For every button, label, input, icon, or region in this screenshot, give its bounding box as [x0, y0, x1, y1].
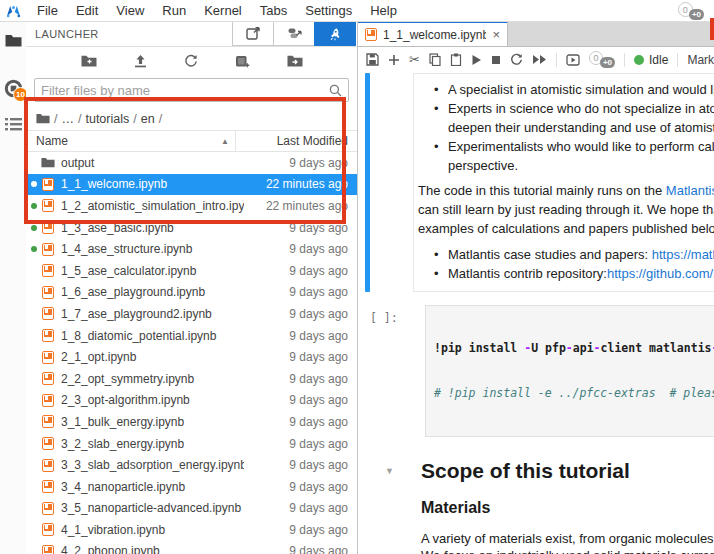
paragraph-line: A variety of materials exist, from organ… — [421, 530, 714, 547]
breadcrumb-separator: / — [54, 112, 57, 126]
file-row[interactable]: 4_1_vibration.ipynb9 days ago — [26, 519, 357, 541]
file-browser-icon[interactable] — [2, 29, 24, 51]
menu-item-view[interactable]: View — [107, 0, 153, 21]
home-folder-icon[interactable] — [36, 112, 50, 126]
file-modified: 9 days ago — [244, 393, 357, 407]
menu-item-settings[interactable]: Settings — [296, 0, 361, 21]
menu-item-file[interactable]: File — [28, 0, 67, 21]
file-row[interactable]: 3_2_slab_energy.ipynb9 days ago — [26, 433, 357, 455]
open-console-button[interactable] — [273, 21, 315, 46]
file-modified: 9 days ago — [244, 242, 357, 256]
breadcrumb-segment[interactable]: tutorials — [85, 112, 129, 126]
paste-cell-icon[interactable] — [450, 53, 462, 66]
jupyterlab-window: FileEditViewRunKernelTabsSettingsHelp 0 … — [0, 0, 714, 554]
refresh-icon[interactable] — [184, 54, 198, 68]
kernel-status-label: Idle — [649, 53, 668, 67]
new-launcher-icon[interactable] — [235, 55, 250, 68]
menu-item-edit[interactable]: Edit — [67, 0, 107, 21]
file-row[interactable]: 1_6_ase_playground.ipynb9 days ago — [26, 282, 357, 304]
add-cell-icon[interactable] — [388, 54, 400, 66]
menu-item-run[interactable]: Run — [153, 0, 195, 21]
file-row[interactable]: 1_7_ase_playground2.ipynb9 days ago — [26, 303, 357, 325]
notebook-file-icon — [40, 523, 55, 536]
file-modified: 9 days ago — [244, 285, 357, 299]
file-name: 3_1_bulk_energy.ipynb — [61, 415, 244, 429]
run-preview-icon[interactable] — [566, 54, 580, 66]
running-kernels-icon[interactable]: 10 — [2, 77, 24, 99]
breadcrumb-segment[interactable]: … — [61, 112, 74, 126]
markdown-link[interactable]: https://matlantis.com/ — [652, 247, 714, 262]
file-row[interactable]: output9 days ago — [26, 152, 357, 174]
copy-cell-icon[interactable] — [429, 53, 441, 66]
file-row[interactable]: 4_2_phonon.ipynb9 days ago — [26, 541, 357, 554]
folder-icon — [40, 157, 55, 168]
markdown-cell-1[interactable]: A specialist in atomistic simulation and… — [358, 73, 714, 292]
file-modified: 9 days ago — [244, 221, 357, 235]
folder-move-icon[interactable] — [287, 55, 303, 67]
file-row[interactable]: 2_1_opt.ipynb9 days ago — [26, 346, 357, 368]
menu-item-kernel[interactable]: Kernel — [195, 0, 251, 21]
new-folder-icon[interactable] — [81, 55, 97, 67]
tab-bar: 1_1_welcome.ipynb × — [358, 21, 714, 47]
notebook-tab[interactable]: 1_1_welcome.ipynb × — [358, 21, 508, 46]
file-modified: 9 days ago — [244, 350, 357, 364]
markdown-line: Matlantis contrib repository:https://git… — [414, 264, 714, 283]
launcher-buttons — [233, 21, 356, 46]
interrupt-kernel-icon[interactable] — [491, 55, 501, 65]
file-row[interactable]: 3_1_bulk_energy.ipynb9 days ago — [26, 411, 357, 433]
column-header-name[interactable]: Name ▲ — [26, 134, 235, 148]
file-name: 1_2_atomistic_simulation_intro.ipynb — [61, 199, 244, 213]
cell-type-dropdown[interactable]: Markdown — [687, 53, 714, 67]
column-header-modified[interactable]: Last Modified — [235, 131, 357, 151]
rocket-launcher-button[interactable] — [314, 21, 356, 46]
open-notebook-button[interactable] — [232, 21, 274, 46]
launcher-tab-label[interactable]: LAUNCHER — [26, 28, 99, 40]
file-browser-toolbar — [26, 47, 357, 75]
code-editor[interactable]: !pip install -U pfp-api-client matlantis… — [425, 305, 714, 437]
notebook-file-icon — [40, 199, 55, 212]
cut-cell-icon[interactable]: ✂ — [409, 52, 420, 67]
code-cell[interactable]: [ ]: !pip install -U pfp-api-client matl… — [358, 305, 714, 437]
file-modified: 22 minutes ago — [244, 199, 357, 213]
file-row[interactable]: 2_3_opt-algorithm.ipynb9 days ago — [26, 390, 357, 412]
file-modified: 9 days ago — [244, 501, 357, 515]
file-row[interactable]: 1_1_welcome.ipynb22 minutes ago — [26, 174, 357, 196]
filter-files-input[interactable] — [35, 83, 329, 98]
file-row[interactable]: 3_4_nanoparticle.ipynb9 days ago — [26, 476, 357, 498]
notebook-file-icon — [40, 221, 55, 234]
notebook-file-icon — [40, 459, 55, 472]
file-row[interactable]: 3_3_slab_adsorption_energy.ipynb9 days a… — [26, 454, 357, 476]
run-cell-icon[interactable] — [471, 54, 482, 66]
upload-icon[interactable] — [134, 55, 147, 68]
file-row[interactable]: 1_3_ase_basic.ipynb9 days ago — [26, 217, 357, 239]
table-of-contents-icon[interactable] — [2, 113, 24, 135]
notification-badge[interactable]: 0 +0 — [678, 2, 704, 20]
notebook-panel: 1_1_welcome.ipynb × ✂ — [358, 21, 714, 554]
breadcrumb-segment[interactable]: en — [141, 112, 155, 126]
file-row[interactable]: 3_5_nanoparticle-advanced.ipynb9 days ag… — [26, 498, 357, 520]
file-row[interactable]: 2_2_opt_symmetry.ipynb9 days ago — [26, 368, 357, 390]
markdown-cell-2[interactable]: ▼ Scope of this tutorial Materials A var… — [358, 459, 714, 554]
file-row[interactable]: 1_8_diatomic_potential.ipynb9 days ago — [26, 325, 357, 347]
file-modified: 9 days ago — [244, 523, 357, 537]
file-status-dot — [28, 246, 40, 252]
collapse-heading-icon[interactable]: ▼ — [385, 466, 394, 476]
restart-kernel-icon[interactable] — [510, 53, 523, 66]
notebook-tab-title: 1_1_welcome.ipynb — [383, 28, 486, 42]
menu-item-tabs[interactable]: Tabs — [251, 0, 296, 21]
file-modified: 9 days ago — [244, 458, 357, 472]
file-status-dot — [28, 203, 40, 209]
markdown-link[interactable]: https://github.com/matlantis- — [607, 266, 714, 281]
tab-close-icon[interactable]: × — [492, 28, 500, 41]
section-heading: Scope of this tutorial — [421, 459, 714, 483]
file-status-dot — [28, 181, 40, 187]
file-row[interactable]: 1_2_atomistic_simulation_intro.ipynb22 m… — [26, 195, 357, 217]
file-row[interactable]: 1_5_ase_calculator.ipynb9 days ago — [26, 260, 357, 282]
file-name: 1_6_ase_playground.ipynb — [61, 285, 244, 299]
kernel-status[interactable]: Idle — [634, 53, 668, 67]
restart-run-all-icon[interactable] — [532, 54, 547, 65]
file-row[interactable]: 1_4_ase_structure.ipynb9 days ago — [26, 238, 357, 260]
save-icon[interactable] — [366, 53, 379, 66]
menu-item-help[interactable]: Help — [361, 0, 406, 21]
markdown-link[interactable]: Matlantis — [666, 183, 714, 198]
